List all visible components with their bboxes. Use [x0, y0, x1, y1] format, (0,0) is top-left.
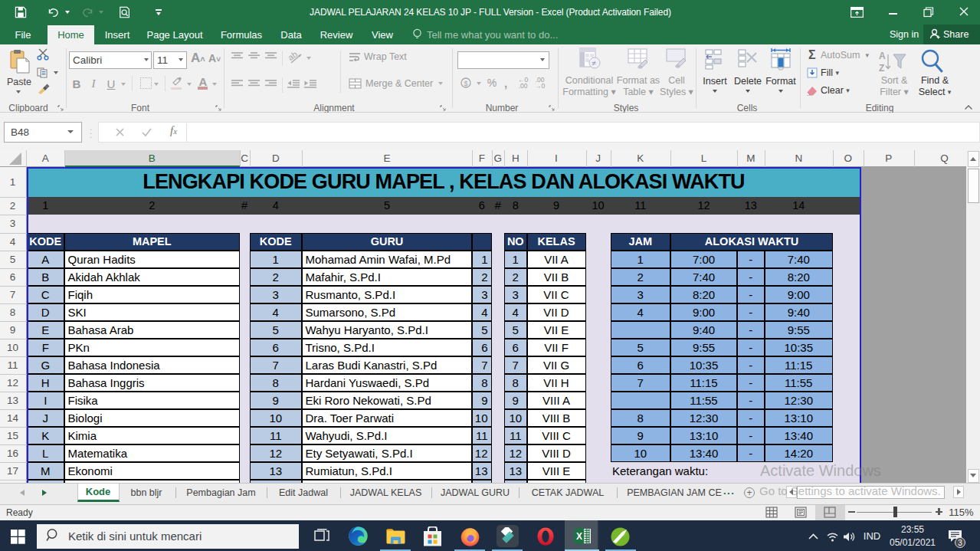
svg-text:X: X [576, 531, 582, 542]
svg-text:Z: Z [879, 63, 884, 74]
svg-text:A: A [879, 51, 886, 61]
svg-text:$: $ [464, 80, 468, 87]
svg-text:≠: ≠ [592, 59, 597, 67]
